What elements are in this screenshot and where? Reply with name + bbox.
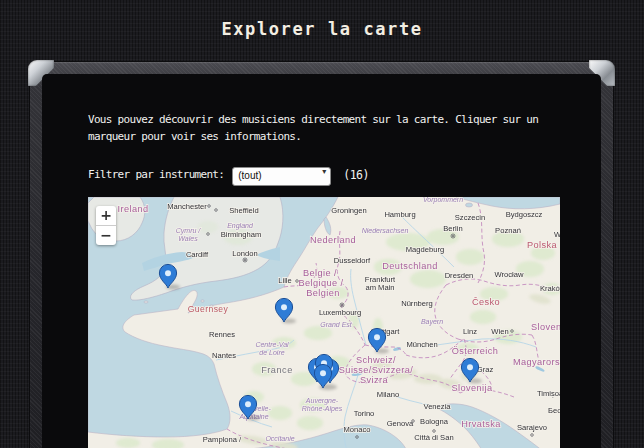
map-label-luxembourg: Luxembourg — [319, 308, 361, 317]
map-label-nurnberg: Nürnberg — [401, 299, 433, 308]
map-label-krakow: Kraków — [540, 284, 560, 293]
map-label-ireland: Ireland — [118, 204, 149, 214]
map-label-monaco: Monaco — [343, 425, 370, 434]
map-label-england: England — [227, 222, 254, 230]
map-label-bayern: Bayern — [421, 318, 443, 326]
page-title: Explorer la carte — [0, 0, 644, 62]
map-label-belgien: Belgien — [306, 288, 339, 298]
zoom-out-button[interactable]: − — [96, 225, 116, 245]
map-label-timisoara: Timișoara — [537, 389, 560, 398]
map-label-slovenija: Slovenija — [452, 383, 493, 393]
map-label-venezia: Venezia — [423, 402, 451, 411]
map-label-slovensko: Slovensko — [531, 322, 560, 332]
map-label-berlin: Berlin — [443, 224, 462, 233]
instrument-filter: (tout) ▾ — [232, 164, 331, 186]
map-label-polska: Polska — [527, 240, 557, 250]
map-label-cesko: Česko — [472, 297, 500, 307]
map-label-milano: Milano — [377, 390, 399, 399]
map-label-genova: Genova — [387, 419, 414, 428]
map-label-cymru: Cymru / — [176, 227, 202, 235]
map-label-groningen: Groningen — [331, 206, 366, 215]
page: Explorer la carte Vous pouvez découvrir … — [0, 0, 644, 448]
map-label-grand-est: Grand Est — [320, 321, 353, 328]
map-canvas[interactable]: Ireland Manchester Sheffield England Cym… — [88, 197, 560, 448]
map-label-graz: Graz — [477, 365, 494, 374]
map-label-wien: Wien — [491, 327, 508, 336]
map-label-lille: Lille — [278, 276, 292, 285]
musician-count: (16) — [343, 168, 369, 182]
map-label-wales: Wales — [178, 235, 198, 242]
map-label-hrvatska: Hrvatska — [461, 419, 501, 429]
map-label-niedersachsen: Niedersachsen — [362, 227, 409, 234]
map-label-warszawa: Warszawa — [554, 230, 560, 239]
map-label-osterreich: Österreich — [452, 346, 498, 356]
map-label-rennes: Rennes — [209, 330, 235, 339]
map-label-rhone-alpes: Rhône-Alpes — [302, 405, 343, 413]
map-label-bologna: Bologna — [420, 417, 449, 426]
map-label-linz: Linz — [463, 327, 477, 336]
map-label-suisse: Suisse/Svizzera/ — [339, 365, 413, 375]
map-label-auvergne: Auvergne- — [305, 397, 339, 405]
map-label-am-main: am Main — [365, 283, 394, 292]
map-label-beograd: Београд — [548, 406, 560, 415]
map-label-de-loire: de Loire — [259, 349, 284, 356]
map-label-schweiz: Schweiz/ — [356, 355, 396, 365]
map-container[interactable]: + − — [88, 197, 560, 448]
map-label-dresden: Dresden — [445, 271, 474, 280]
map-label-cardiff: Cardiff — [186, 250, 209, 259]
intro-text: Vous pouvez découvrir des musiciens dire… — [88, 112, 568, 145]
map-label-guernsey: Guernsey — [188, 304, 229, 314]
map-label-poznan: Poznań — [495, 226, 521, 235]
map-label-szczecin: Szczecin — [455, 213, 485, 222]
map-label-manchester: Manchester — [167, 202, 207, 211]
map-label-magdeburg: Magdeburg — [406, 245, 444, 254]
instrument-filter-select[interactable]: (tout) — [232, 167, 331, 186]
map-label-birmingham: Birmingham — [221, 230, 262, 239]
map-label-torino: Torino — [354, 409, 375, 418]
map-label-sarajevo: Sarajevo — [517, 423, 547, 432]
map-label-sheffield: Sheffield — [229, 206, 258, 215]
map-label-belgie: Belgie / — [303, 268, 337, 278]
map-label-svizra: Svizra — [360, 375, 388, 385]
map-label-belgique: Belgique / — [299, 278, 344, 288]
content-panel: Vous pouvez découvrir des musiciens dire… — [42, 74, 601, 448]
map-label-magyarorszag: Magyarország — [513, 357, 560, 367]
map-label-pamplona: Pamplona / — [203, 435, 242, 444]
map-label-nederland: Nederland — [310, 235, 356, 245]
map-label-wroclaw: Wrocław — [495, 270, 524, 279]
map-label-centre-val: Centre-Val — [255, 341, 289, 348]
map-label-hamburg: Hamburg — [384, 210, 415, 219]
map-label-vorpommern: Vorpommern — [423, 197, 463, 204]
map-label-dusseldorf: Dusseldorf — [334, 256, 371, 265]
filter-label: Filtrer par instrument: — [88, 168, 224, 181]
map-zoom-control: + − — [96, 206, 116, 245]
map-label-nantes: Nantes — [212, 351, 236, 360]
content-panel-frame: Vous pouvez découvrir des musiciens dire… — [30, 62, 613, 448]
map-label-occitanie: Occitanie — [265, 435, 294, 442]
map-label-france: France — [261, 365, 293, 375]
map-label-bydgoszcz: Bydgoszcz — [506, 210, 543, 219]
map-label-london: London — [232, 249, 257, 258]
map-label-munchen: München — [406, 340, 437, 349]
map-label-deutschland: Deutschland — [382, 261, 437, 271]
map-label-san-marino: Città di San — [414, 433, 453, 442]
instrument-filter-row: Filtrer par instrument: (tout) ▾ (16) — [88, 164, 369, 186]
zoom-in-button[interactable]: + — [96, 206, 116, 225]
